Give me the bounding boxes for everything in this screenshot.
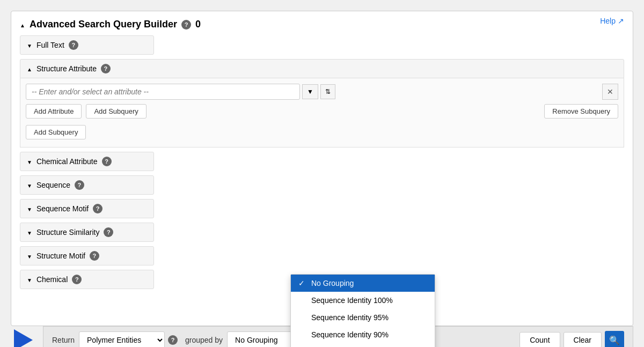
sequence-motif-help-icon[interactable]: ? <box>93 204 103 213</box>
sequence-help-icon[interactable]: ? <box>75 180 84 190</box>
add-subquery-outer-button[interactable]: Add Subquery <box>26 125 86 139</box>
sequence-header[interactable]: Sequence ? <box>20 175 154 195</box>
return-label: Return <box>52 336 75 344</box>
sequence-motif-collapse-icon <box>27 204 32 213</box>
full-text-section: Full Text ? <box>20 35 624 55</box>
dropdown-item-2[interactable]: Sequence Identity 95% <box>291 309 435 326</box>
full-text-label: Full Text <box>36 41 64 49</box>
chemical-collapse-icon <box>27 275 32 284</box>
structure-similarity-label: Structure Similarity <box>36 228 99 237</box>
dropdown-item-0[interactable]: ✓No Grouping <box>291 275 435 292</box>
count-button[interactable]: Count <box>519 332 560 347</box>
help-external-icon: ↗ <box>618 17 624 25</box>
full-text-help-icon[interactable]: ? <box>69 40 78 50</box>
dropdown-item-label-0: No Grouping <box>311 279 354 287</box>
dropdown-item-3[interactable]: Sequence Identity 90% <box>291 326 435 343</box>
sequence-motif-label: Sequence Motif <box>36 204 89 213</box>
main-panel: Help ↗ Advanced Search Query Builder ? 0… <box>11 11 633 326</box>
sequence-label: Sequence <box>36 181 70 189</box>
structure-attr-label: Structure Attribute <box>36 64 97 73</box>
add-subquery-inner-button[interactable]: Add Subquery <box>86 104 146 119</box>
structure-similarity-section: Structure Similarity ? <box>20 223 624 242</box>
remove-subquery-button[interactable]: Remove Subquery <box>544 104 618 119</box>
structure-motif-section: Structure Motif ? <box>20 246 624 265</box>
return-help-icon[interactable]: ? <box>168 335 178 345</box>
chemical-attribute-section: Chemical Attribute ? <box>20 152 624 171</box>
add-subquery-outer-row: Add Subquery <box>26 123 618 142</box>
sequence-section: Sequence ? <box>20 175 624 195</box>
grouped-by-label: grouped by <box>185 336 223 344</box>
structure-attr-header[interactable]: Structure Attribute ? <box>20 59 624 78</box>
clear-button[interactable]: Clear <box>564 332 602 347</box>
dropdown-item-4[interactable]: Sequence Identity 70% <box>291 343 435 347</box>
panel-collapse-icon[interactable] <box>20 19 25 30</box>
sequence-collapse-icon <box>27 181 32 189</box>
structure-similarity-help-icon[interactable]: ? <box>104 227 113 237</box>
panel-help-icon[interactable]: ? <box>181 20 191 29</box>
dropdown-item-check-0: ✓ <box>298 279 307 287</box>
structure-attr-body: ▼ ⇅ ✕ Add Attribute Add Subquery Remove … <box>20 78 624 147</box>
structure-motif-collapse-icon <box>27 252 32 260</box>
chemical-attr-help-icon[interactable]: ? <box>102 157 112 166</box>
dropdown-item-label-1: Sequence Identity 100% <box>311 296 393 305</box>
panel-header: Advanced Search Query Builder ? 0 <box>11 11 633 35</box>
chemical-header[interactable]: Chemical ? <box>20 270 154 289</box>
sequence-motif-section: Sequence Motif ? <box>20 199 624 218</box>
attribute-dropdown-btn[interactable]: ▼ <box>302 84 318 99</box>
structure-motif-header[interactable]: Structure Motif ? <box>20 246 154 265</box>
attribute-input[interactable] <box>26 84 300 100</box>
dropdown-item-label-2: Sequence Identity 95% <box>311 313 389 322</box>
structure-attr-help-icon[interactable]: ? <box>101 64 111 73</box>
panel-title-badge: 0 <box>195 19 201 30</box>
chemical-help-icon[interactable]: ? <box>72 275 82 284</box>
structure-similarity-collapse-icon <box>27 228 32 237</box>
sequence-motif-header[interactable]: Sequence Motif ? <box>20 199 154 218</box>
attribute-input-row: ▼ ⇅ ✕ <box>26 84 618 100</box>
help-link[interactable]: Help ↗ <box>600 17 624 25</box>
panel-title: Advanced Search Query Builder <box>30 19 177 30</box>
chemical-attr-header[interactable]: Chemical Attribute ? <box>20 152 154 171</box>
grouping-dropdown-menu[interactable]: ✓No GroupingSequence Identity 100%Sequen… <box>290 274 435 347</box>
search-button[interactable]: 🔍 <box>605 331 624 347</box>
structure-similarity-header[interactable]: Structure Similarity ? <box>20 223 154 242</box>
structure-attribute-section: Structure Attribute ? ▼ ⇅ ✕ Add Attribut… <box>20 59 624 147</box>
return-select[interactable]: Polymer Entities <box>79 331 165 347</box>
chemical-attr-label: Chemical Attribute <box>36 157 98 166</box>
dropdown-item-label-3: Sequence Identity 90% <box>311 330 389 339</box>
structure-motif-help-icon[interactable]: ? <box>90 251 99 261</box>
chemical-attr-collapse-icon <box>27 157 32 166</box>
structure-motif-label: Structure Motif <box>36 252 85 260</box>
help-label: Help <box>600 17 616 25</box>
add-attribute-button[interactable]: Add Attribute <box>26 104 82 119</box>
chemical-label: Chemical <box>36 275 68 284</box>
search-icon: 🔍 <box>609 335 620 345</box>
attribute-sort-btn[interactable]: ⇅ <box>320 84 335 99</box>
structure-attr-collapse-icon <box>27 64 32 73</box>
full-text-header[interactable]: Full Text ? <box>20 35 154 55</box>
attribute-action-row: Add Attribute Add Subquery Remove Subque… <box>26 104 618 119</box>
dropdown-item-1[interactable]: Sequence Identity 100% <box>291 292 435 309</box>
attribute-clear-btn[interactable]: ✕ <box>602 84 618 100</box>
full-text-collapse-icon <box>27 41 32 49</box>
